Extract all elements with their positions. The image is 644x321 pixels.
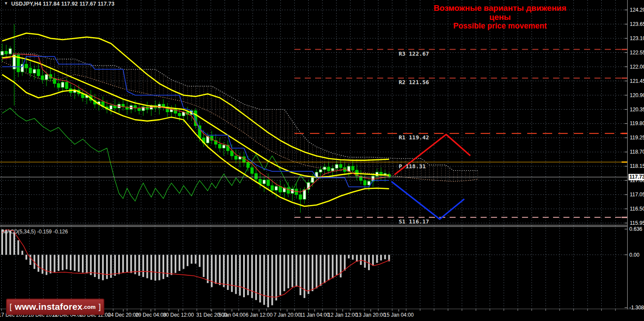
macd-bar	[62, 255, 63, 271]
candle-body	[331, 168, 334, 171]
time-axis-label: 5 Jan 04:00	[219, 312, 246, 318]
macd-bar	[159, 255, 160, 280]
macd-bar	[58, 255, 59, 271]
candle-body	[178, 113, 181, 116]
watermark-bracket-left: [	[9, 302, 12, 312]
candle-body	[29, 68, 31, 73]
candle-body	[279, 186, 281, 192]
candle-body	[323, 167, 326, 170]
macd-bar	[235, 255, 237, 294]
bollinger-upper-line[interactable]	[2, 33, 389, 160]
macd-bar	[178, 255, 180, 271]
candle-body	[5, 51, 7, 54]
macd-bar	[25, 255, 27, 260]
price-axis-label: 120.90	[630, 92, 644, 98]
watermark-tld: .com	[82, 304, 95, 310]
candle-body	[267, 180, 269, 186]
macd-bar	[312, 255, 313, 291]
macd-bar	[316, 255, 317, 289]
macd-bar	[203, 255, 205, 277]
price-axis-label: 123.65	[630, 21, 644, 27]
candle-body	[275, 186, 278, 190]
tenkan-sen-line[interactable]	[2, 54, 389, 192]
candle-body	[319, 170, 322, 172]
macd-bar	[70, 255, 72, 271]
macd-bar	[308, 255, 309, 294]
price-axis-label: 116.50	[630, 206, 644, 212]
macd-bar	[231, 255, 233, 292]
watermark-domain: www.instaforex	[15, 302, 82, 312]
candle-body	[65, 82, 68, 89]
macd-bar	[219, 255, 221, 285]
price-axis-label: 118.70	[630, 149, 644, 155]
macd-bar	[348, 255, 350, 258]
macd-bar	[300, 255, 301, 296]
candle-body	[243, 157, 245, 162]
macd-bar	[175, 255, 176, 273]
forecast-path-down-blue[interactable]	[391, 182, 464, 219]
macd-bar	[82, 255, 84, 273]
time-axis-label: 7 Jan 20:00	[274, 312, 301, 318]
candle-body	[271, 186, 273, 190]
macd-bar	[376, 255, 378, 263]
macd-bar	[279, 255, 281, 296]
candle-body	[219, 144, 221, 148]
macd-bar	[215, 255, 217, 284]
macd-bar	[344, 255, 346, 271]
macd-bar	[98, 255, 100, 279]
macd-bar	[380, 255, 382, 261]
candle-body	[234, 156, 237, 159]
macd-axis-label: 0.636	[629, 226, 642, 232]
macd-bar	[384, 255, 386, 259]
macd-bar	[211, 255, 213, 287]
candle-body	[287, 188, 290, 193]
macd-bar	[340, 255, 341, 277]
candle-body	[351, 166, 354, 170]
time-axis-label: 29 Dec 04:00	[135, 312, 166, 318]
chart-canvas[interactable]	[0, 0, 644, 321]
macd-bar	[195, 255, 197, 264]
macd-bar	[102, 255, 104, 280]
price-axis-label: 122.00	[630, 64, 644, 70]
macd-bar	[118, 255, 120, 274]
macd-bar	[86, 255, 88, 274]
macd-bar	[154, 255, 156, 281]
macd-bar	[288, 255, 289, 289]
macd-bar	[106, 255, 108, 279]
candle-body	[335, 164, 338, 168]
macd-bar	[207, 255, 209, 283]
price-axis-label: 118.15	[630, 163, 644, 169]
macd-bar	[183, 255, 184, 269]
macd-bar	[352, 255, 353, 260]
macd-bar	[17, 240, 19, 255]
chart-symbol-title: USDJPY,H4 117.84 117.92 117.67 117.73	[11, 1, 115, 7]
macd-bar	[74, 255, 75, 271]
macd-bar	[142, 255, 144, 277]
macd-bar	[150, 255, 152, 280]
candle-body	[339, 164, 342, 167]
macd-bar	[171, 255, 172, 275]
candle-body	[263, 180, 266, 184]
macd-bar	[90, 255, 92, 275]
candle-body	[222, 145, 225, 148]
instaforex-watermark: [ www.instaforex .com ]	[6, 299, 104, 315]
macd-bar	[324, 255, 325, 283]
macd-bar	[38, 255, 39, 272]
forecast-annotation: Возможные варианты движения цены Possibl…	[422, 3, 578, 31]
candle-body	[45, 75, 48, 80]
macd-bar	[130, 255, 132, 273]
candle-body	[311, 177, 314, 183]
candlesticks	[1, 24, 391, 213]
time-axis-label: 13 Jan 20:00	[356, 312, 385, 318]
macd-bar	[271, 255, 273, 305]
macd-bar	[296, 255, 297, 287]
macd-bar	[187, 255, 188, 266]
macd-bar	[134, 255, 136, 274]
macd-bar	[13, 233, 15, 255]
macd-bar	[147, 255, 148, 278]
forecast-annotation-line1-ru: Возможные варианты движения цены	[422, 3, 578, 22]
mt4-chart-window: ▼ USDJPY,H4 117.84 117.92 117.67 117.73 …	[0, 0, 644, 321]
macd-bar	[328, 255, 329, 280]
macd-bar	[336, 255, 338, 275]
price-axis-label: 120.35	[630, 107, 644, 113]
